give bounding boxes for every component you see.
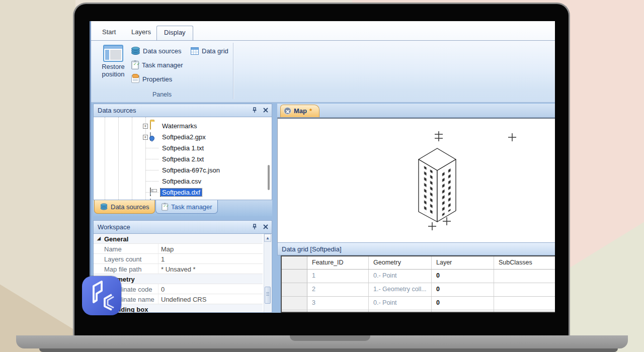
workspace-panel-header: Workspace (93, 220, 272, 234)
tree-item-dxf-selected[interactable]: DXF Softpedia.dxf (94, 187, 272, 198)
close-tab-icon[interactable] (284, 107, 291, 115)
column-header-layer[interactable]: Layer (432, 256, 494, 269)
database-icon (101, 204, 108, 210)
brand-logo-overlay (82, 276, 121, 315)
dock-tab-data-sources[interactable]: Data sources (94, 200, 155, 214)
restore-position-button[interactable]: Restore position (98, 43, 128, 90)
ribbon-tab-bar: Start Layers Display (91, 21, 555, 40)
properties-icon (131, 75, 139, 83)
pc-logo-icon (82, 276, 121, 315)
row-selector[interactable] (282, 283, 307, 296)
row-selector[interactable] (282, 270, 307, 283)
pin-icon[interactable] (252, 107, 258, 113)
data-grid-panel-title: Data grid [Softpedia] (282, 245, 342, 253)
data-grid-icon (191, 47, 199, 55)
gpx-file-icon (150, 132, 151, 141)
document-area: Map * (277, 103, 555, 313)
dxf-file-icon: DXF (150, 188, 151, 196)
data-grid-header-row: Feature_ID Geometry Layer SubClasses (282, 256, 555, 270)
task-manager-button[interactable]: ✓✓ Task manager (131, 59, 183, 71)
map-canvas[interactable] (277, 118, 555, 242)
ribbon-tab-display[interactable]: Display (156, 26, 193, 40)
property-row-layers-count[interactable]: Layers count 1 (94, 254, 263, 264)
workspace-scrollbar[interactable]: ▲ (264, 234, 271, 312)
data-sources-panel-title: Data sources (98, 107, 136, 114)
close-icon[interactable] (263, 107, 269, 113)
laptop-base-notch (290, 335, 370, 341)
column-header-subclasses[interactable]: SubClasses (494, 256, 555, 269)
map-drawing (278, 119, 555, 242)
task-manager-icon: ✓✓ (131, 61, 139, 69)
map-marker-plus-building (443, 217, 451, 225)
map-marker-plus-bottom (428, 222, 436, 230)
database-icon (131, 47, 140, 55)
data-sources-tree: + Watermarks + Softpedia2.gpx + + +XYZ S… (93, 117, 272, 200)
pin-icon[interactable] (252, 224, 258, 230)
table-row[interactable]: 2 1.- Geometry coll... 0 (282, 283, 555, 297)
document-tab-strip: Map * (277, 104, 555, 118)
map-marker-double-plus (435, 131, 443, 141)
app-window: Start Layers Display Restore position Da… (90, 21, 555, 313)
workspace-panel-title: Workspace (98, 223, 130, 231)
restore-position-icon (103, 45, 123, 62)
column-header-geometry[interactable]: Geometry (369, 256, 432, 269)
data-sources-button[interactable]: Data sources (131, 45, 182, 57)
tree-item-txt2[interactable]: + + +XYZ Softpedia 2.txt (94, 153, 272, 164)
property-row-map-file-path[interactable]: Map file path * Unsaved * (94, 264, 263, 274)
dock-tab-bar: Data sources ✓✓ Task manager (93, 200, 272, 216)
unsaved-marker: * (309, 107, 312, 117)
tree-item-watermarks[interactable]: + Watermarks (94, 120, 272, 131)
laptop-base (16, 335, 628, 348)
building-windows-left (421, 164, 435, 218)
table-row[interactable]: 1 0.- Point 0 (282, 270, 555, 283)
scrollbar-thumb[interactable] (265, 287, 271, 304)
column-header-feature-id[interactable]: Feature_ID (307, 256, 369, 269)
expander-plus-icon[interactable]: + (143, 124, 148, 129)
expander-plus-icon[interactable]: + (143, 135, 148, 140)
laptop-base-shadow (39, 348, 618, 352)
collapse-triangle-icon[interactable]: ◢ (97, 236, 101, 241)
property-group-general[interactable]: ◢ General (94, 234, 263, 244)
laptop-bezel: Start Layers Display Restore position Da… (73, 3, 570, 335)
properties-button[interactable]: Properties (131, 73, 172, 85)
close-icon[interactable] (263, 224, 269, 230)
ribbon: Restore position Data sources ✓✓ Task ma… (91, 40, 555, 103)
scroll-up-button[interactable]: ▲ (264, 234, 271, 242)
data-grid-table: Feature_ID Geometry Layer SubClasses 1 0… (281, 255, 555, 313)
map-document-tab[interactable]: Map * (280, 105, 319, 117)
table-row-partial[interactable] (282, 310, 555, 313)
ribbon-group-label: Panels (91, 91, 233, 98)
tree-item-gpx[interactable]: + Softpedia2.gpx (94, 131, 272, 142)
map-marker-plus-right (508, 133, 516, 141)
folder-icon (150, 121, 151, 130)
tree-item-txt1[interactable]: + + +XYZ Softpedia 1.txt (94, 142, 272, 153)
row-selector[interactable] (282, 297, 307, 310)
ribbon-group-separator (233, 43, 233, 99)
ribbon-tab-start[interactable]: Start (95, 26, 123, 40)
data-sources-panel-header: Data sources (93, 104, 272, 117)
dock-tab-task-manager[interactable]: ✓✓ Task manager (155, 200, 218, 214)
tree-item-csv[interactable]: + + +XYZ Softpedia.csv (94, 175, 272, 187)
tree-item-json[interactable]: Softpedia-697c.json (94, 164, 272, 175)
task-manager-icon: ✓✓ (162, 203, 168, 210)
ribbon-tab-layers[interactable]: Layers (124, 26, 158, 40)
data-grid-panel-header: Data grid [Softpedia] (277, 242, 555, 255)
table-row[interactable]: 3 0.- Point 0 (282, 297, 555, 310)
data-grid-button[interactable]: Data grid (191, 45, 228, 57)
property-row-name[interactable]: Name Map (94, 244, 263, 254)
